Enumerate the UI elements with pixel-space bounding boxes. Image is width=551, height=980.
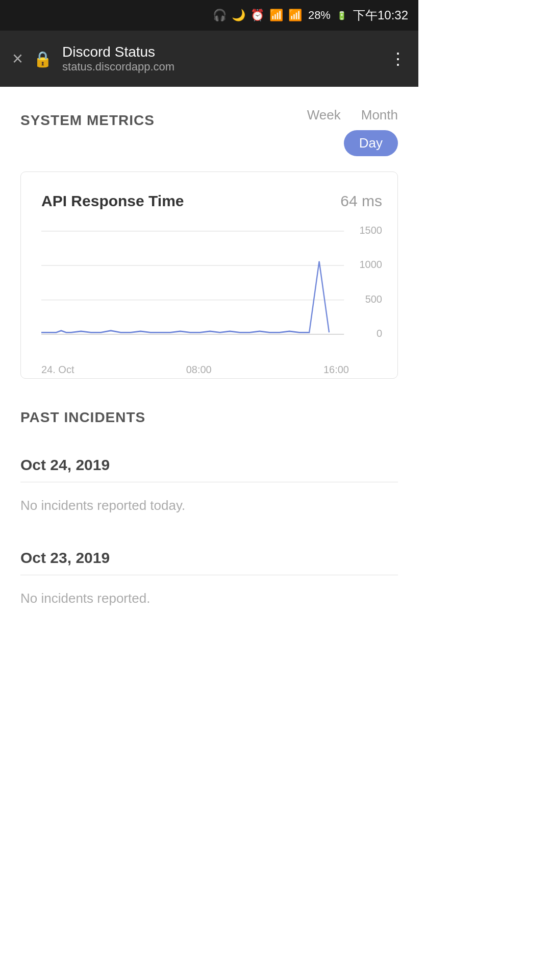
filter-week[interactable]: Week xyxy=(307,107,341,123)
chart-value: 64 ms xyxy=(340,192,382,210)
headphone-icon: 🎧 xyxy=(213,9,227,22)
browser-bar: × 🔒 Discord Status status.discordapp.com… xyxy=(0,31,418,87)
time-filters-row: Week Month xyxy=(307,107,398,123)
y-label-1: 1000 xyxy=(354,259,382,270)
chart-title: API Response Time xyxy=(41,192,184,210)
browser-url: status.discordapp.com xyxy=(62,60,380,74)
filter-day[interactable]: Day xyxy=(344,130,398,156)
chart-graph: 24. Oct 08:00 16:00 xyxy=(41,225,349,358)
filter-month[interactable]: Month xyxy=(361,107,398,123)
x-label-1: 08:00 xyxy=(186,364,212,376)
system-metrics-header: SYSTEM METRICS Week Month Day xyxy=(20,107,398,156)
moon-icon: 🌙 xyxy=(232,9,245,22)
main-content: SYSTEM METRICS Week Month Day API Respon… xyxy=(0,87,418,663)
x-label-2: 16:00 xyxy=(323,364,349,376)
status-icons: 🎧 🌙 ⏰ 📶 📶 xyxy=(213,9,302,22)
battery-icon: 🔋 xyxy=(337,11,347,20)
time-filters: Week Month Day xyxy=(307,107,398,156)
menu-button[interactable]: ⋮ xyxy=(390,49,406,68)
clock: 下午10:32 xyxy=(353,7,408,23)
y-label-2: 500 xyxy=(354,294,382,304)
incident-text-0: No incidents reported today. xyxy=(20,482,398,539)
incident-date-0: Oct 24, 2019 xyxy=(20,446,398,482)
browser-title: Discord Status xyxy=(62,44,380,60)
chart-x-labels: 24. Oct 08:00 16:00 xyxy=(41,360,349,376)
close-button[interactable]: × xyxy=(12,50,23,68)
y-label-3: 0 xyxy=(354,328,382,338)
chart-header: API Response Time 64 ms xyxy=(41,192,382,210)
signal-icon: 📶 xyxy=(288,9,302,22)
chart-svg xyxy=(41,225,349,358)
chart-area: 24. Oct 08:00 16:00 1500 1000 500 0 xyxy=(41,225,382,358)
wifi-icon: 📶 xyxy=(269,9,283,22)
past-incidents-title: PAST INCIDENTS xyxy=(20,409,398,426)
incident-date-1: Oct 23, 2019 xyxy=(20,539,398,575)
browser-info: Discord Status status.discordapp.com xyxy=(62,44,380,74)
battery-level: 28% xyxy=(308,9,331,22)
chart-y-axis: 1500 1000 500 0 xyxy=(354,225,382,358)
x-label-0: 24. Oct xyxy=(41,364,74,376)
y-label-0: 1500 xyxy=(354,225,382,235)
system-metrics-title: SYSTEM METRICS xyxy=(20,112,155,129)
status-bar: 🎧 🌙 ⏰ 📶 📶 28% 🔋 下午10:32 xyxy=(0,0,418,31)
lock-icon: 🔒 xyxy=(33,50,52,68)
alarm-icon: ⏰ xyxy=(251,9,264,22)
incident-text-1: No incidents reported. xyxy=(20,575,398,632)
api-response-time-card: API Response Time 64 ms 24. Oct xyxy=(20,172,398,379)
